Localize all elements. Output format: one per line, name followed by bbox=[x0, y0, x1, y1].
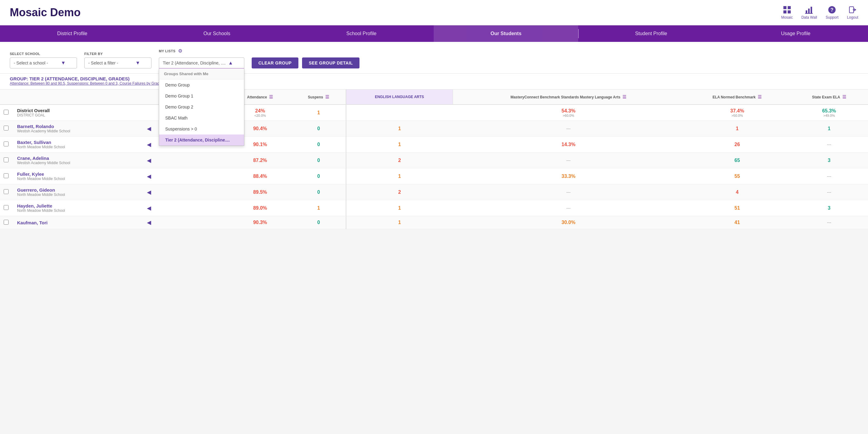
nav-our-students[interactable]: Our Students bbox=[434, 25, 578, 42]
dropdown-item-suspensions[interactable]: Suspensions > 0 bbox=[159, 123, 244, 135]
student-suspensions-val: 0 bbox=[317, 126, 320, 131]
student-ela-normed-cell: 1 bbox=[684, 121, 790, 137]
student-icon-cell: ◀ bbox=[138, 200, 160, 216]
district-mastery-val: 54.3% bbox=[562, 108, 576, 113]
nav-student-profile[interactable]: Student Profile bbox=[579, 25, 723, 42]
nav-usage-profile[interactable]: Usage Profile bbox=[723, 25, 868, 42]
district-state-exam-val: 65.3% bbox=[822, 108, 836, 113]
student-attendance-val: 90.4% bbox=[253, 126, 267, 131]
student-school: Westish Academy Middle School bbox=[17, 161, 134, 165]
student-state-exam-cell: 3 bbox=[790, 200, 868, 216]
student-col3-cell: 2 bbox=[346, 152, 453, 168]
dropdown-item-tier2[interactable]: Tier 2 (Attendance, Discipline.... bbox=[159, 135, 244, 145]
student-attendance-cell: 90.3% bbox=[229, 216, 292, 229]
my-lists-dropdown-menu: Groups Shared with Me Demo Group Demo Gr… bbox=[159, 68, 244, 146]
student-state-exam-val: 1 bbox=[828, 126, 831, 131]
ela-normed-filter-icon[interactable]: ☰ bbox=[758, 94, 762, 99]
district-icon-cell bbox=[138, 105, 160, 121]
student-name[interactable]: Guerrero, Gideon bbox=[17, 187, 134, 193]
student-checkbox-cell bbox=[0, 137, 12, 152]
student-name[interactable]: Hayden, Juliette bbox=[17, 203, 134, 208]
student-name[interactable]: Barnett, Rolando bbox=[17, 124, 134, 129]
col-ela-header: ENGLISH LANGUAGE ARTS bbox=[346, 90, 453, 105]
student-ela-normed-cell: 55 bbox=[684, 168, 790, 184]
student-mastery-cell: --- bbox=[453, 121, 684, 137]
student-icon-cell: ◀ bbox=[138, 121, 160, 137]
dropdown-item-demo-group[interactable]: Demo Group bbox=[159, 80, 244, 90]
student-checkbox[interactable] bbox=[4, 157, 8, 162]
my-lists-gear-icon[interactable]: ⚙ bbox=[178, 48, 182, 54]
see-group-detail-button[interactable]: SEE GROUP DETAIL bbox=[302, 57, 360, 68]
student-suspensions-cell: 0 bbox=[291, 168, 346, 184]
student-ela-normed-val: 26 bbox=[735, 142, 740, 147]
student-mastery-val: 33.3% bbox=[562, 174, 576, 179]
student-checkbox[interactable] bbox=[4, 142, 8, 146]
support-nav-button[interactable]: ? Support bbox=[826, 5, 838, 20]
mastery-filter-icon[interactable]: ☰ bbox=[622, 94, 626, 99]
dropdown-section-header: Groups Shared with Me bbox=[159, 68, 244, 80]
nav-district-profile[interactable]: District Profile bbox=[0, 25, 145, 42]
student-ela-normed-cell: 26 bbox=[684, 137, 790, 152]
my-lists-dropdown[interactable]: Tier 2 (Attendance, Discipline, .... ▲ bbox=[159, 57, 244, 68]
nav-school-profile[interactable]: School Profile bbox=[289, 25, 434, 42]
student-state-exam-val: --- bbox=[827, 190, 831, 195]
my-lists-header: MY LISTS ⚙ bbox=[159, 48, 244, 54]
student-attendance-cell: 89.0% bbox=[229, 200, 292, 216]
suspensions-filter-icon[interactable]: ☰ bbox=[325, 94, 329, 99]
student-checkbox[interactable] bbox=[4, 173, 8, 178]
student-ela-normed-cell: 41 bbox=[684, 216, 790, 229]
table-row: Kaufman, Tori ◀ 90.3% 0 1 30.0% 41 --- bbox=[0, 216, 868, 229]
filter-by-dropdown[interactable]: - Select a filter - ▼ bbox=[84, 57, 152, 68]
svg-rect-3 bbox=[788, 10, 791, 13]
student-ela-normed-val: 41 bbox=[735, 220, 740, 225]
student-checkbox[interactable] bbox=[4, 205, 8, 210]
mosaic-nav-button[interactable]: Mosaic bbox=[781, 5, 793, 20]
student-name[interactable]: Fuller, Kylee bbox=[17, 171, 134, 177]
school-select-dropdown[interactable]: - Select a school - ▼ bbox=[10, 57, 77, 68]
district-state-exam-goal: >49.0% bbox=[794, 114, 864, 117]
student-name[interactable]: Crane, Adelina bbox=[17, 155, 134, 161]
student-data-table: Group Status ☰ Sorted Attendance ☰ Suspe… bbox=[0, 90, 868, 229]
svg-rect-0 bbox=[783, 6, 786, 9]
group-details-link[interactable]: Attendance: Between 80 and 90.5, Suspens… bbox=[10, 81, 858, 86]
district-goal-label: DISTRICT GOAL bbox=[17, 113, 134, 117]
clear-group-button[interactable]: CLEAR GROUP bbox=[252, 57, 299, 68]
dropdown-item-sbac-math[interactable]: SBAC Math bbox=[159, 113, 244, 123]
student-checkbox-cell bbox=[0, 216, 12, 229]
student-ela-normed-val: 65 bbox=[735, 158, 740, 163]
district-ela-spacer bbox=[346, 105, 453, 121]
student-group-status-cell bbox=[160, 168, 229, 184]
student-mastery-cell: 30.0% bbox=[453, 216, 684, 229]
group-info-bar: GROUP: TIER 2 (ATTENDANCE, DISCIPLINE, G… bbox=[0, 74, 868, 90]
student-checkbox[interactable] bbox=[4, 189, 8, 194]
district-checkbox[interactable] bbox=[4, 110, 8, 115]
logout-nav-button[interactable]: Logout bbox=[847, 5, 858, 20]
district-state-exam-cell: 65.3% >49.0% bbox=[790, 105, 868, 121]
svg-rect-5 bbox=[808, 8, 810, 13]
dropdown-item-demo-group-1[interactable]: Demo Group 1 bbox=[159, 90, 244, 102]
student-col3-val: 2 bbox=[398, 158, 401, 163]
student-col3-val: 2 bbox=[398, 190, 401, 195]
student-name[interactable]: Baxter, Sullivan bbox=[17, 140, 134, 145]
data-wall-nav-button[interactable]: Data Wall bbox=[801, 5, 817, 20]
app-header: Mosaic Demo Mosaic Data Wall ? bbox=[0, 0, 868, 25]
student-checkbox[interactable] bbox=[4, 220, 8, 225]
student-suspensions-cell: 1 bbox=[291, 200, 346, 216]
attendance-filter-icon[interactable]: ☰ bbox=[269, 94, 273, 99]
svg-rect-2 bbox=[783, 10, 786, 13]
student-state-exam-cell: --- bbox=[790, 184, 868, 200]
my-lists-current-value: Tier 2 (Attendance, Discipline, .... bbox=[163, 60, 226, 65]
district-checkbox-cell bbox=[0, 105, 12, 121]
filter-by-chevron-icon: ▼ bbox=[135, 60, 140, 66]
student-suspensions-cell: 0 bbox=[291, 137, 346, 152]
student-checkbox[interactable] bbox=[4, 126, 8, 131]
student-col3-cell: 1 bbox=[346, 137, 453, 152]
student-ela-normed-val: 1 bbox=[736, 126, 739, 131]
student-checkbox-cell bbox=[0, 168, 12, 184]
state-exam-filter-icon[interactable]: ☰ bbox=[842, 94, 846, 99]
student-name[interactable]: Kaufman, Tori bbox=[17, 220, 134, 225]
district-mastery-goal: >60.0% bbox=[456, 114, 680, 117]
col-checkbox bbox=[0, 90, 12, 105]
nav-our-schools[interactable]: Our Schools bbox=[145, 25, 289, 42]
dropdown-item-demo-group-2[interactable]: Demo Group 2 bbox=[159, 102, 244, 113]
